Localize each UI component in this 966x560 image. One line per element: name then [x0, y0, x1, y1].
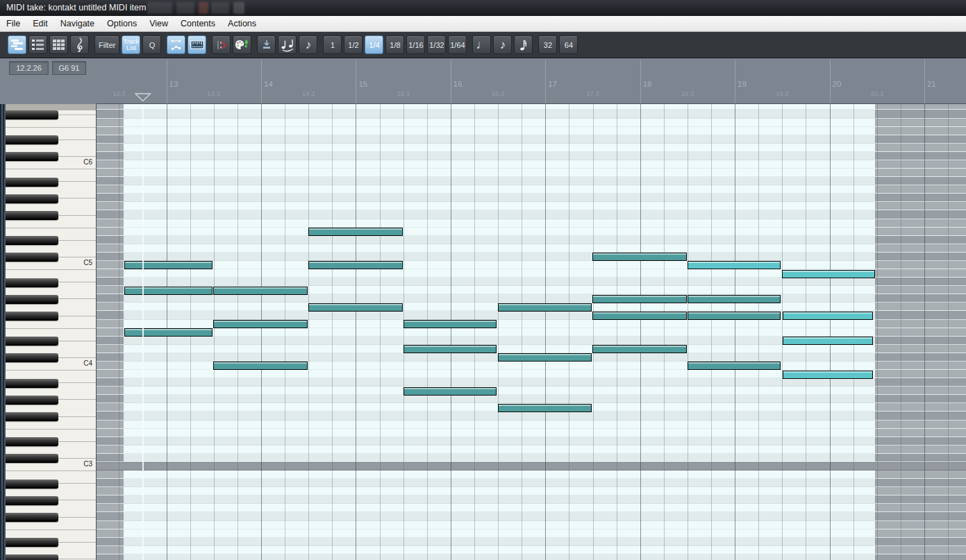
midi-note-c5[interactable]	[124, 261, 213, 269]
black-key[interactable]	[6, 353, 58, 362]
grid-division-1-2[interactable]: 1/2	[344, 35, 363, 54]
midi-note-b4[interactable]	[782, 270, 875, 278]
item-dim-right	[875, 395, 966, 402]
midi-note-a4[interactable]	[213, 287, 308, 295]
midi-note-f#4[interactable]	[688, 312, 781, 320]
midi-note-f#4[interactable]	[783, 312, 873, 320]
grid-division-1-8[interactable]: 1/8	[385, 35, 404, 54]
black-key[interactable]	[6, 379, 58, 388]
item-dim-right	[875, 160, 966, 168]
note-eighth-button[interactable]: ♪	[493, 35, 512, 54]
black-key[interactable]	[6, 538, 58, 547]
piano-roll-view-button[interactable]	[8, 35, 26, 54]
menu-item-navigate[interactable]: Navigate	[54, 16, 101, 31]
grid-division-1-32[interactable]: 1/32	[427, 35, 446, 54]
menu-item-view[interactable]: View	[143, 16, 174, 31]
black-key[interactable]	[6, 211, 58, 220]
tracklist-button[interactable]: Track List	[122, 35, 140, 54]
grid-row	[97, 345, 966, 353]
filter-button[interactable]: Filter	[94, 35, 119, 54]
black-key[interactable]	[6, 295, 58, 304]
black-key[interactable]	[6, 496, 58, 505]
black-key[interactable]	[6, 396, 58, 405]
beat-line	[285, 104, 285, 560]
midi-note-g#4[interactable]	[592, 295, 687, 303]
colorize-button[interactable]	[233, 35, 251, 54]
menu-item-file[interactable]: File	[0, 16, 26, 31]
edit-cursor-handle[interactable]	[135, 93, 151, 102]
length-32-button[interactable]: 32	[538, 35, 557, 54]
black-key[interactable]	[6, 513, 58, 522]
grid-division-1-4[interactable]: 1/4	[365, 35, 383, 54]
menu-item-contents[interactable]: Contents	[174, 16, 222, 31]
midi-note-d4[interactable]	[403, 345, 497, 353]
notation-view-button[interactable]	[70, 35, 89, 54]
hovered-key-g6[interactable]	[6, 104, 97, 110]
midi-note-g4[interactable]	[498, 303, 592, 312]
menu-bar: FileEditNavigateOptionsViewContentsActio…	[0, 16, 966, 32]
time-position-box[interactable]: 12.2.26	[9, 61, 49, 75]
midi-note-c5[interactable]	[308, 261, 403, 269]
menu-item-actions[interactable]: Actions	[222, 16, 263, 31]
quantize-button[interactable]: Q	[142, 35, 161, 54]
edit-cursor-line[interactable]	[142, 104, 144, 560]
black-key[interactable]	[6, 312, 58, 321]
grid-division-1[interactable]: 1	[323, 35, 342, 54]
black-key[interactable]	[6, 480, 58, 489]
dock-button[interactable]	[257, 35, 276, 54]
black-key[interactable]	[6, 152, 58, 161]
piano-keyboard[interactable]: C6C5C4C3	[6, 104, 97, 560]
midi-note-a4[interactable]	[124, 287, 213, 295]
pitch-velocity-box[interactable]: G6 91	[52, 61, 86, 75]
black-key[interactable]	[6, 194, 58, 203]
black-key[interactable]	[6, 454, 58, 463]
midi-note-g#4[interactable]	[688, 295, 781, 303]
midi-note-c#4[interactable]	[498, 353, 592, 362]
midi-note-f4[interactable]	[213, 320, 308, 328]
midi-note-c#5[interactable]	[592, 253, 687, 261]
left-scrollbar[interactable]	[0, 104, 6, 560]
black-key[interactable]	[6, 554, 58, 560]
grid-division-1-64[interactable]: 1/64	[448, 35, 467, 54]
event-grid-view-button[interactable]	[49, 35, 68, 54]
midi-note-f#4[interactable]	[592, 312, 687, 320]
note-sixteenth-button[interactable]	[514, 35, 533, 54]
black-key[interactable]	[6, 437, 58, 446]
midi-note-g3[interactable]	[498, 404, 592, 412]
ruler-button[interactable]	[188, 35, 206, 54]
title-bar[interactable]: MIDI take: kontakt untitled MIDI item	[0, 0, 966, 16]
midi-note-c4[interactable]	[213, 362, 308, 370]
black-key[interactable]	[6, 412, 58, 421]
midi-note-c5[interactable]	[688, 261, 781, 269]
note-grid[interactable]	[97, 104, 966, 560]
black-key[interactable]	[6, 236, 58, 245]
black-key[interactable]	[6, 278, 58, 287]
menu-item-options[interactable]: Options	[101, 16, 143, 31]
midi-note-d#4[interactable]	[783, 337, 873, 345]
midi-note-a3[interactable]	[403, 387, 497, 396]
snap-button[interactable]	[212, 35, 231, 54]
black-key[interactable]	[6, 110, 58, 119]
track-rows-view-button[interactable]	[28, 35, 47, 54]
timeline-ruler[interactable]: 13141516171819202112.313.314.315.316.317…	[97, 58, 966, 104]
length-64-button[interactable]: 64	[559, 35, 578, 54]
item-dim-right	[875, 479, 966, 486]
midi-note-e5[interactable]	[308, 228, 403, 236]
eighth-note-button[interactable]: ♪	[299, 35, 317, 54]
black-key[interactable]	[6, 135, 58, 144]
menu-item-edit[interactable]: Edit	[26, 16, 54, 31]
midi-note-f4[interactable]	[403, 320, 497, 328]
note-quarter-button[interactable]: ♩	[472, 35, 491, 54]
black-key[interactable]	[6, 337, 58, 346]
black-key[interactable]	[6, 253, 58, 262]
black-key[interactable]	[6, 178, 58, 187]
cc-node-button[interactable]	[167, 35, 185, 54]
grid-division-1-16[interactable]: 1/16	[406, 35, 425, 54]
midi-note-e4[interactable]	[124, 328, 213, 337]
midi-note-c4[interactable]	[688, 362, 781, 370]
midi-note-g4[interactable]	[308, 303, 403, 312]
legato-button[interactable]	[278, 35, 297, 54]
midi-note-b3[interactable]	[783, 371, 873, 379]
item-dim-right	[875, 261, 966, 269]
midi-note-d4[interactable]	[592, 345, 687, 353]
